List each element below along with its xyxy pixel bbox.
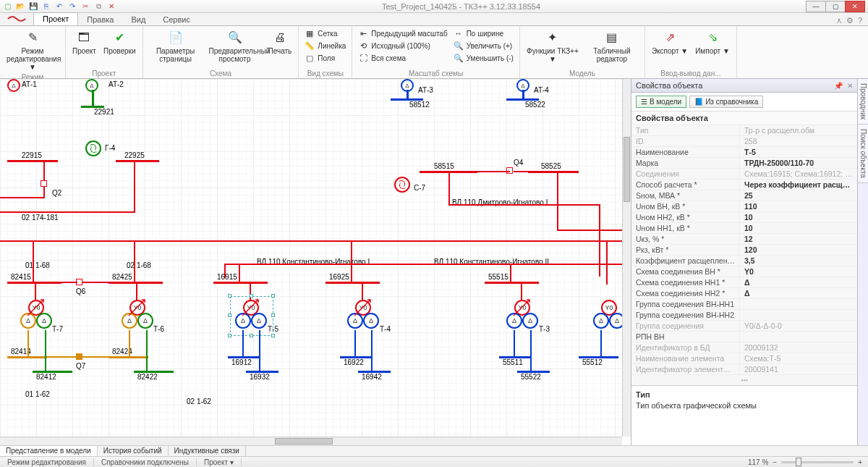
- transformer-t6[interactable]: Y0 Δ Δ: [122, 300, 153, 332]
- settings-icon[interactable]: ⚙: [846, 16, 854, 25]
- prop-value[interactable]: Т-5: [740, 147, 857, 157]
- property-row[interactable]: Uном ВН, кВ *110: [631, 201, 857, 212]
- export-button[interactable]: ⇗Экспорт ▼: [650, 28, 690, 56]
- btab-inductive[interactable]: Индуктивные связи: [169, 446, 246, 456]
- property-row[interactable]: Группа соединения ВН-НН2: [631, 310, 857, 321]
- prop-value[interactable]: [740, 299, 857, 309]
- property-row[interactable]: Sном, МВА *25: [631, 190, 857, 201]
- property-row[interactable]: Схема соединения НН1 *Δ: [631, 277, 857, 288]
- property-row[interactable]: СоединенияСхема:16915; Схема:16912; Схем…: [631, 169, 857, 180]
- prop-value[interactable]: Через коэффициент расщепл...: [740, 180, 857, 190]
- property-row[interactable]: Наименование элементаСхема:Т-5: [631, 353, 857, 364]
- sel-handle[interactable]: [271, 314, 275, 317]
- preview-button[interactable]: 🔍Предварительный просмотр: [207, 28, 263, 64]
- qat-saveall-icon[interactable]: ⎘: [42, 2, 51, 11]
- prop-value[interactable]: 12: [740, 234, 857, 244]
- property-row[interactable]: НаименованиеТ-5: [631, 147, 857, 158]
- btab-model-view[interactable]: Представление в модели: [0, 445, 98, 456]
- fit-all-button[interactable]: ⛶Вся схема: [357, 52, 448, 64]
- property-row[interactable]: Группа соединенияY0/Δ-Δ-0-0: [631, 321, 857, 332]
- horizontal-scrollbar[interactable]: [0, 437, 622, 445]
- page-params-button[interactable]: 📄Параметры страницы: [148, 28, 204, 64]
- transformer-right[interactable]: Y0 Δ Δ: [593, 300, 625, 332]
- qat-undo-icon[interactable]: ↶: [55, 2, 64, 11]
- sel-handle[interactable]: [228, 294, 231, 298]
- prop-value[interactable]: 110: [740, 201, 857, 211]
- breaker-q2[interactable]: [41, 180, 47, 187]
- bus-55515[interactable]: [485, 282, 539, 284]
- bus-22925[interactable]: [116, 160, 159, 162]
- qat-copy-icon[interactable]: ⧉: [94, 2, 103, 11]
- zoom-in-button[interactable]: 🔍Увеличить (+): [452, 40, 515, 51]
- qat-cut-icon[interactable]: ✂: [81, 2, 90, 11]
- prop-value[interactable]: 258: [740, 136, 857, 146]
- bus-82414[interactable]: [7, 356, 47, 358]
- prop-value[interactable]: Тр-р с расщепл.обм: [740, 125, 857, 135]
- fit-width-button[interactable]: ↔По ширине: [452, 28, 515, 39]
- project-button[interactable]: 🗔Проект: [70, 28, 98, 56]
- transformer-t7[interactable]: Y0 Δ Δ: [20, 300, 52, 332]
- sel-handle[interactable]: [271, 294, 275, 298]
- maximize-button[interactable]: ▢: [825, 1, 846, 12]
- margins-toggle[interactable]: ▢Поля: [303, 52, 347, 64]
- close-button[interactable]: ✕: [845, 1, 865, 12]
- transformer-t3[interactable]: Y0 Δ Δ: [506, 300, 538, 332]
- reset-scale-button[interactable]: ⟲Исходный (100%): [357, 40, 448, 51]
- from-reference-button[interactable]: 📘Из справочника: [689, 96, 763, 108]
- slider-thumb[interactable]: [796, 458, 801, 466]
- scroll-thumb[interactable]: [624, 137, 630, 202]
- ruler-toggle[interactable]: 📏Линейка: [303, 40, 347, 51]
- property-grid[interactable]: ТипТр-р с расщепл.обмID258НаименованиеТ-…: [631, 125, 857, 375]
- prop-value[interactable]: 25: [740, 190, 857, 201]
- prop-value[interactable]: [740, 310, 857, 320]
- property-row[interactable]: Ркз, кВт *120: [631, 245, 857, 256]
- schematic-canvas[interactable]: АТ-1 Δ АТ-2 Δ 22921 Г-4 22915 22925 Q2 0…: [0, 79, 622, 437]
- sel-handle[interactable]: [228, 314, 231, 317]
- sel-handle[interactable]: [271, 334, 275, 337]
- prop-value[interactable]: 120: [740, 245, 857, 255]
- app-menu-button[interactable]: [0, 12, 33, 25]
- bus-22915[interactable]: [7, 160, 58, 162]
- prop-value[interactable]: Схема:16915; Схема:16912; Схем...: [740, 169, 857, 179]
- grid-resizer[interactable]: ▪▪▪: [631, 375, 857, 385]
- vertical-scrollbar[interactable]: [622, 79, 631, 437]
- zoom-slider[interactable]: [781, 461, 854, 463]
- property-row[interactable]: Схема соединения НН2 *Δ: [631, 288, 857, 299]
- property-row[interactable]: МаркаТРДН-25000/110-70: [631, 158, 857, 169]
- tab-edit[interactable]: Правка: [78, 14, 122, 25]
- prev-scale-button[interactable]: ⇤Предыдущий масштаб: [357, 28, 448, 39]
- property-row[interactable]: Uном НН1, кВ *10: [631, 223, 857, 234]
- scroll-thumb[interactable]: [275, 438, 333, 445]
- tab-project[interactable]: Проект: [33, 12, 78, 25]
- prop-value[interactable]: Схема:Т-5: [740, 353, 857, 363]
- bus-82424[interactable]: [109, 356, 148, 358]
- help-icon[interactable]: ?: [858, 16, 862, 25]
- qat-redo-icon[interactable]: ↷: [68, 2, 77, 11]
- close-panel-icon[interactable]: ✕: [847, 82, 853, 90]
- qat-delete-icon[interactable]: ✕: [107, 2, 116, 11]
- prop-value[interactable]: 3,5: [740, 256, 857, 266]
- bus-16915[interactable]: [213, 282, 268, 284]
- prop-value[interactable]: 20009132: [740, 342, 857, 353]
- generator-g4[interactable]: [85, 140, 101, 156]
- sel-handle[interactable]: [250, 294, 253, 298]
- prop-value[interactable]: Y0: [740, 266, 857, 277]
- transformer-t4[interactable]: Y0 Δ Δ: [347, 300, 379, 332]
- property-row[interactable]: Uном НН2, кВ *10: [631, 212, 857, 223]
- prop-value[interactable]: 10: [740, 223, 857, 233]
- status-project[interactable]: Проект ▾: [197, 458, 242, 466]
- property-row[interactable]: Идентификатор в БД20009132: [631, 342, 857, 353]
- checks-button[interactable]: ✔Проверки: [101, 28, 138, 56]
- sel-handle[interactable]: [250, 334, 253, 337]
- pin-icon[interactable]: 📌: [834, 82, 843, 90]
- bus-16925[interactable]: [326, 282, 380, 284]
- tab-view[interactable]: Вид: [122, 14, 154, 25]
- btab-history[interactable]: История событий: [98, 446, 169, 456]
- tab-service[interactable]: Сервис: [154, 14, 199, 25]
- bus-58525[interactable]: [528, 171, 579, 173]
- import-button[interactable]: ⇘Импорт ▼: [693, 28, 732, 56]
- property-row[interactable]: Схема соединения ВН *Y0: [631, 266, 857, 277]
- prop-value[interactable]: Y0/Δ-Δ-0-0: [740, 321, 857, 331]
- property-row[interactable]: ID258: [631, 136, 857, 147]
- property-row[interactable]: Uкз, % *12: [631, 234, 857, 245]
